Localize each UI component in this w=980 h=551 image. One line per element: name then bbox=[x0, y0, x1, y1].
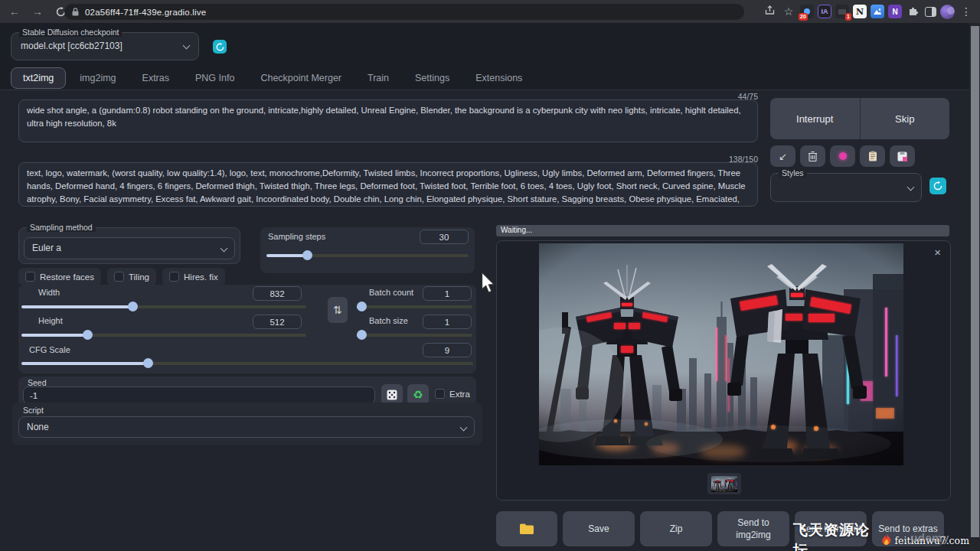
progress-bar: Waiting... bbox=[496, 225, 949, 236]
extension-onenote[interactable]: N bbox=[888, 5, 902, 18]
restore-faces-checkbox[interactable]: Restore faces bbox=[18, 268, 101, 285]
slider-knob[interactable] bbox=[357, 330, 367, 340]
sampling-steps-slider[interactable] bbox=[266, 250, 469, 260]
tab-txt2img[interactable]: txt2img bbox=[11, 67, 66, 89]
scrollbar-thumb[interactable] bbox=[971, 26, 979, 537]
extension-ia[interactable]: IA bbox=[818, 5, 831, 18]
width-input[interactable] bbox=[253, 286, 302, 301]
generated-image[interactable] bbox=[539, 243, 903, 465]
address-bar[interactable]: 02a56ff4-71ff-439e.gradio.live bbox=[64, 4, 744, 20]
extension-notion[interactable]: N bbox=[853, 5, 867, 18]
slider-fill bbox=[21, 305, 132, 308]
interrupt-button[interactable]: Interrupt bbox=[770, 98, 861, 139]
sampling-steps-input[interactable] bbox=[420, 230, 469, 244]
script-select[interactable]: None bbox=[18, 416, 475, 438]
open-folder-button[interactable] bbox=[496, 511, 557, 546]
slider-knob[interactable] bbox=[357, 302, 367, 311]
side-panel-button[interactable] bbox=[925, 7, 936, 17]
save-style-button[interactable] bbox=[890, 145, 915, 167]
batch-size-input[interactable] bbox=[423, 315, 472, 329]
save-button[interactable]: Save bbox=[563, 511, 635, 546]
page-scrollbar[interactable] bbox=[969, 23, 980, 551]
browser-back-button[interactable]: ← bbox=[6, 3, 23, 20]
batch-count-input[interactable] bbox=[423, 286, 472, 301]
slider-knob[interactable] bbox=[128, 302, 138, 311]
sampling-method-select[interactable]: Euler a bbox=[24, 237, 235, 259]
hires-fix-label: Hires. fix bbox=[184, 272, 218, 282]
checkpoint-label: Stable Diffusion checkpoint bbox=[19, 28, 122, 37]
script-label: Script bbox=[23, 406, 44, 415]
capture-badge: 1 bbox=[845, 13, 851, 21]
bookmark-star-button[interactable]: ☆ bbox=[781, 5, 796, 18]
checkpoint-dropdown[interactable]: Stable Diffusion checkpoint model.ckpt [… bbox=[11, 32, 199, 60]
cfg-scale-input[interactable] bbox=[423, 343, 472, 357]
ia-icon: IA bbox=[822, 8, 828, 15]
batch-count-label: Batch count bbox=[369, 288, 413, 297]
height-slider[interactable] bbox=[21, 330, 306, 340]
random-seed-button[interactable] bbox=[381, 384, 403, 405]
avatar-swirl bbox=[947, 7, 955, 15]
gallery-thumbnail[interactable] bbox=[707, 473, 741, 494]
slider-knob[interactable] bbox=[143, 358, 153, 368]
slider-knob[interactable] bbox=[302, 250, 312, 260]
extension-screenshot[interactable] bbox=[871, 5, 884, 18]
cfg-scale-slider[interactable] bbox=[21, 358, 473, 368]
slider-fill bbox=[266, 254, 307, 257]
extra-networks-button[interactable] bbox=[830, 145, 855, 167]
tab-extensions[interactable]: Extensions bbox=[463, 67, 534, 89]
url-text: 02a56ff4-71ff-439e.gradio.live bbox=[85, 8, 206, 17]
styles-dropdown[interactable]: Styles bbox=[770, 173, 922, 202]
send-to-inpaint-button[interactable]: Send to inpaint bbox=[795, 511, 867, 546]
batch-size-slider[interactable] bbox=[357, 330, 472, 340]
tab-png-info[interactable]: PNG Info bbox=[183, 67, 247, 89]
sampling-method-label: Sampling method bbox=[27, 223, 96, 232]
send-to-img2img-button[interactable]: Send to img2img bbox=[717, 511, 789, 546]
extension-capture[interactable]: 1 bbox=[835, 5, 849, 18]
progress-status: Waiting... bbox=[501, 226, 532, 234]
tab-extras[interactable]: Extras bbox=[130, 67, 181, 89]
tab-divider bbox=[0, 90, 969, 90]
seed-input[interactable] bbox=[23, 386, 375, 404]
chevron-down-icon bbox=[907, 184, 915, 191]
tab-checkpoint-merger[interactable]: Checkpoint Merger bbox=[248, 67, 354, 89]
width-label: Width bbox=[38, 288, 60, 297]
script-block: Script None bbox=[12, 403, 482, 445]
notion-icon: N bbox=[856, 7, 864, 17]
tab-img2img[interactable]: img2img bbox=[67, 67, 128, 89]
profile-avatar[interactable] bbox=[940, 5, 955, 19]
seed-extra-checkbox[interactable]: Extra bbox=[435, 389, 470, 399]
toggle-row: Restore faces Tiling Hires. fix bbox=[18, 268, 225, 285]
prompt-input[interactable]: wide shot angle, a (gundam:0.8) robot st… bbox=[18, 99, 758, 142]
extensions-menu-button[interactable] bbox=[906, 5, 921, 18]
slider-knob[interactable] bbox=[83, 330, 93, 340]
tiling-checkbox[interactable]: Tiling bbox=[107, 268, 156, 285]
apply-style-button[interactable] bbox=[860, 145, 885, 167]
batch-count-slider[interactable] bbox=[357, 302, 472, 311]
side-panel-icon bbox=[932, 8, 936, 16]
height-input[interactable] bbox=[253, 315, 302, 329]
paste-params-button[interactable]: ↙ bbox=[770, 145, 795, 167]
share-button[interactable] bbox=[762, 5, 777, 18]
trash-icon bbox=[808, 151, 818, 161]
slider-track bbox=[357, 334, 472, 337]
slider-track bbox=[357, 305, 472, 308]
skip-button[interactable]: Skip bbox=[861, 98, 950, 139]
width-slider[interactable] bbox=[21, 302, 306, 311]
negative-prompt-input[interactable]: text, logo, watermark, (worst quality, l… bbox=[18, 162, 758, 207]
chrome-menu-button[interactable]: ⋮ bbox=[959, 5, 974, 18]
zip-button[interactable]: Zip bbox=[640, 511, 712, 546]
swap-dimensions-button[interactable]: ⇅ bbox=[328, 297, 348, 323]
reuse-seed-button[interactable]: ♻ bbox=[407, 384, 429, 405]
extension-pin[interactable]: 20 bbox=[800, 5, 814, 18]
hires-fix-checkbox[interactable]: Hires. fix bbox=[162, 268, 225, 285]
folder-icon bbox=[519, 523, 534, 535]
tab-train[interactable]: Train bbox=[355, 67, 401, 89]
styles-refresh-button[interactable] bbox=[929, 178, 946, 194]
close-icon[interactable]: × bbox=[934, 246, 941, 259]
tab-settings[interactable]: Settings bbox=[403, 67, 462, 89]
script-value: None bbox=[27, 422, 49, 432]
checkpoint-refresh-button[interactable] bbox=[213, 40, 227, 54]
height-label: Height bbox=[38, 316, 63, 325]
clear-prompt-button[interactable] bbox=[800, 145, 825, 167]
browser-forward-button[interactable]: → bbox=[29, 3, 46, 20]
